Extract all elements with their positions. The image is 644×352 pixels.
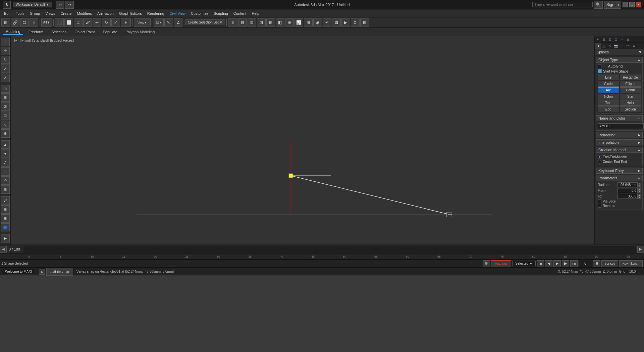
- create-selection-button[interactable]: Create Selection Set ▼: [185, 19, 225, 25]
- select-object[interactable]: ⬛: [55, 18, 64, 27]
- move-tool-ls[interactable]: ✛: [1, 47, 10, 55]
- search-input[interactable]: [532, 2, 593, 7]
- extra-tool[interactable]: ⊞: [360, 18, 369, 27]
- workspace-button[interactable]: Workspace: Default ▼: [13, 2, 52, 7]
- shape-line[interactable]: Line: [598, 75, 619, 80]
- play-ls[interactable]: ▶: [1, 234, 10, 243]
- from-down[interactable]: ▼: [638, 191, 641, 193]
- vertex-tool-ls[interactable]: ●: [1, 149, 10, 158]
- shape-ngon[interactable]: NGon: [598, 94, 619, 99]
- shape-donut[interactable]: Donut: [620, 87, 641, 93]
- tab-object-paint[interactable]: Object Paint: [72, 29, 98, 35]
- object-name-input[interactable]: [598, 123, 644, 129]
- modify-tool-ls[interactable]: ⊟: [1, 93, 10, 102]
- num-22[interactable]: 22▼: [154, 18, 164, 27]
- menu-customize[interactable]: Customize: [188, 11, 211, 16]
- tab-selection[interactable]: Selection: [49, 29, 69, 35]
- splines-dropdown[interactable]: Splines ▼: [595, 49, 644, 55]
- snap-status[interactable]: S: [39, 269, 45, 275]
- track-view[interactable]: 📊: [294, 18, 303, 27]
- align3-tool[interactable]: ⊞: [266, 18, 275, 27]
- rotate-tool-ls[interactable]: ↻: [1, 56, 10, 64]
- maximize-button[interactable]: □: [629, 2, 635, 7]
- radius-up[interactable]: ▲: [638, 183, 641, 185]
- bind-tool[interactable]: ⌗: [30, 18, 38, 27]
- timeline-prev[interactable]: ◀: [0, 246, 7, 253]
- go-to-start[interactable]: ⏮: [537, 260, 544, 267]
- rp-tab-modify[interactable]: ⊟: [601, 36, 607, 42]
- menu-tools[interactable]: Tools: [13, 11, 27, 16]
- rp-shape-icon[interactable]: △: [601, 43, 607, 49]
- tab-populate[interactable]: Populate: [100, 29, 120, 35]
- add-time-tag[interactable]: Add Time Tag: [46, 268, 73, 276]
- rp-geometry-icon[interactable]: ⊙: [595, 43, 601, 49]
- scene-explorer[interactable]: ⊕: [285, 18, 294, 27]
- rp-tab-motion[interactable]: ⊡: [613, 36, 619, 42]
- object-type-header[interactable]: Object Type ▲: [596, 57, 643, 63]
- create-tool-ls[interactable]: ⊞: [1, 85, 10, 93]
- tab-modeling[interactable]: Modeling: [3, 29, 23, 35]
- redo-button[interactable]: ↪: [65, 1, 74, 9]
- hier-tool-ls[interactable]: ⊠: [1, 102, 10, 111]
- menu-edit[interactable]: Edit: [1, 11, 13, 16]
- parameters-header[interactable]: Parameters ▲: [596, 175, 643, 181]
- rp-space-warp-icon[interactable]: 〜: [625, 43, 631, 49]
- ref-coord[interactable]: ⊕: [121, 18, 131, 27]
- display-tool-ls[interactable]: ○: [1, 121, 10, 129]
- menu-help[interactable]: Help: [249, 11, 262, 16]
- sign-in-button[interactable]: Sign In: [604, 1, 621, 9]
- scale-tool-ls[interactable]: ⤢: [1, 64, 10, 73]
- element-tool-ls[interactable]: ⊞: [1, 185, 10, 194]
- shape-text[interactable]: Text: [598, 100, 619, 106]
- menu-content[interactable]: Content: [231, 11, 249, 16]
- select-tool[interactable]: ⊞: [1, 18, 10, 27]
- paint-select[interactable]: 🖌: [83, 18, 92, 27]
- link-tool-ls[interactable]: ↗: [1, 74, 10, 82]
- edge-tool-ls[interactable]: ╱: [1, 159, 10, 167]
- timeline-track[interactable]: [23, 246, 636, 253]
- lasso-select[interactable]: ⊂: [74, 18, 83, 27]
- polygon-tool-ls[interactable]: ▲: [1, 140, 10, 149]
- menu-modifiers[interactable]: Modifiers: [74, 11, 95, 16]
- menu-scripting[interactable]: Scripting: [211, 11, 231, 16]
- next-frame[interactable]: ▶: [562, 260, 569, 267]
- motion-tool-ls[interactable]: ⊡: [1, 112, 10, 120]
- rotate-tool[interactable]: ↻: [102, 18, 111, 27]
- link-tool[interactable]: 🔗: [11, 18, 19, 27]
- shape-rectangle[interactable]: Rectangle: [620, 75, 641, 80]
- anim-options[interactable]: ⚙: [483, 260, 490, 267]
- name-color-header[interactable]: Name and Color ▲: [596, 115, 643, 121]
- rp-helper-icon[interactable]: ⊞: [619, 43, 625, 49]
- render-setup[interactable]: ☀: [323, 18, 331, 27]
- quick-render[interactable]: ▶: [341, 18, 350, 27]
- rp-tab-utils[interactable]: ⊕: [625, 36, 631, 42]
- mirror-tool[interactable]: ⊟: [238, 18, 247, 27]
- keyboard-entry-header[interactable]: Keyboard Entry ▶: [596, 168, 643, 174]
- menu-views[interactable]: Views: [43, 11, 58, 16]
- reverse-checkbox[interactable]: [598, 204, 601, 208]
- play-button[interactable]: ▶: [553, 260, 561, 267]
- interpolation-header[interactable]: Interpolation ▶: [596, 139, 643, 145]
- from-up[interactable]: ▲: [638, 188, 641, 191]
- menu-civil-view[interactable]: Civil View: [167, 11, 188, 16]
- shape-arc[interactable]: Arc: [598, 87, 619, 93]
- end-end-middle-radio[interactable]: [598, 155, 601, 159]
- undo-button[interactable]: ↩: [56, 1, 64, 9]
- rp-tab-create[interactable]: +: [595, 36, 601, 42]
- mirror-ls[interactable]: ⊟: [1, 205, 10, 214]
- menu-animation[interactable]: Animation: [95, 11, 116, 16]
- layers-tool[interactable]: ◧: [276, 18, 284, 27]
- move-tool[interactable]: ✛: [93, 18, 101, 27]
- rp-systems-icon[interactable]: ⚙: [631, 43, 637, 49]
- radius-down[interactable]: ▼: [638, 185, 641, 187]
- align-tool[interactable]: ⊠: [248, 18, 256, 27]
- prev-frame[interactable]: ◀: [545, 260, 552, 267]
- menu-graph-editors[interactable]: Graph Editors: [116, 11, 145, 16]
- shape-helix[interactable]: Helix: [620, 100, 641, 106]
- menu-create[interactable]: Create: [58, 11, 74, 16]
- menu-rendering[interactable]: Rendering: [145, 11, 167, 16]
- go-to-end[interactable]: ⏭: [570, 260, 578, 267]
- viewport[interactable]: [+ ] [Front] [Standard] [Edged Faces]: [11, 36, 594, 245]
- paint-tool-ls[interactable]: 🖌: [1, 196, 10, 205]
- face-tool-ls[interactable]: ◇: [1, 176, 10, 185]
